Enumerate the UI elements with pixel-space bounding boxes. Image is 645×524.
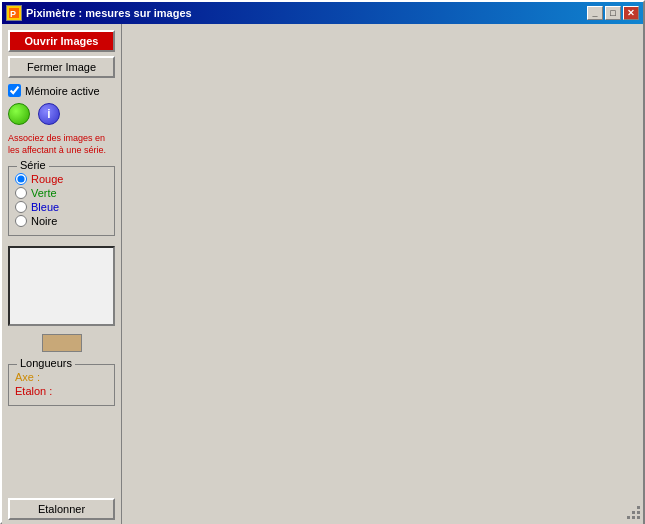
- bottom-btn-area: Etalonner: [8, 492, 115, 520]
- radio-noire-label: Noire: [31, 215, 57, 227]
- radio-rouge-label: Rouge: [31, 173, 63, 185]
- ouvrir-images-button[interactable]: Ouvrir Images: [8, 30, 115, 52]
- title-bar: P Piximètre : mesures sur images _ □ ✕: [2, 2, 643, 24]
- close-button[interactable]: ✕: [623, 6, 639, 20]
- icons-row: i: [8, 103, 115, 125]
- memoire-label: Mémoire active: [25, 85, 100, 97]
- maximize-button[interactable]: □: [605, 6, 621, 20]
- serie-group: Série Rouge Verte Bleue Noire: [8, 166, 115, 236]
- sidebar: Ouvrir Images Fermer Image Mémoire activ…: [2, 24, 122, 524]
- resize-handle[interactable]: [627, 506, 641, 520]
- window-content: Ouvrir Images Fermer Image Mémoire activ…: [2, 24, 643, 524]
- image-preview: [8, 246, 115, 326]
- serie-group-label: Série: [17, 159, 49, 171]
- info-circle-icon[interactable]: i: [38, 103, 60, 125]
- green-circle-icon[interactable]: [8, 103, 30, 125]
- radio-verte-label: Verte: [31, 187, 57, 199]
- etalon-line: Etalon :: [15, 385, 108, 397]
- info-text: Associez des images en les affectant à u…: [8, 133, 115, 156]
- radio-rouge: Rouge: [15, 173, 108, 185]
- app-icon: P: [6, 5, 22, 21]
- radio-verte: Verte: [15, 187, 108, 199]
- radio-rouge-input[interactable]: [15, 173, 27, 185]
- minimize-button[interactable]: _: [587, 6, 603, 20]
- main-area: [122, 24, 643, 524]
- window-title: Piximètre : mesures sur images: [26, 7, 192, 19]
- title-buttons: _ □ ✕: [587, 6, 639, 20]
- radio-bleue-label: Bleue: [31, 201, 59, 213]
- longueurs-group-label: Longueurs: [17, 357, 75, 369]
- main-window: P Piximètre : mesures sur images _ □ ✕ O…: [0, 0, 645, 524]
- etalonner-button[interactable]: Etalonner: [8, 498, 115, 520]
- color-swatch: [42, 334, 82, 352]
- longueurs-group: Longueurs Axe : Etalon :: [8, 364, 115, 406]
- radio-bleue: Bleue: [15, 201, 108, 213]
- title-bar-left: P Piximètre : mesures sur images: [6, 5, 192, 21]
- radio-noire-input[interactable]: [15, 215, 27, 227]
- axe-line: Axe :: [15, 371, 108, 383]
- memoire-row: Mémoire active: [8, 84, 115, 97]
- memoire-checkbox[interactable]: [8, 84, 21, 97]
- resize-dots: [627, 506, 641, 520]
- radio-bleue-input[interactable]: [15, 201, 27, 213]
- svg-text:P: P: [10, 9, 16, 19]
- radio-noire: Noire: [15, 215, 108, 227]
- radio-verte-input[interactable]: [15, 187, 27, 199]
- fermer-image-button[interactable]: Fermer Image: [8, 56, 115, 78]
